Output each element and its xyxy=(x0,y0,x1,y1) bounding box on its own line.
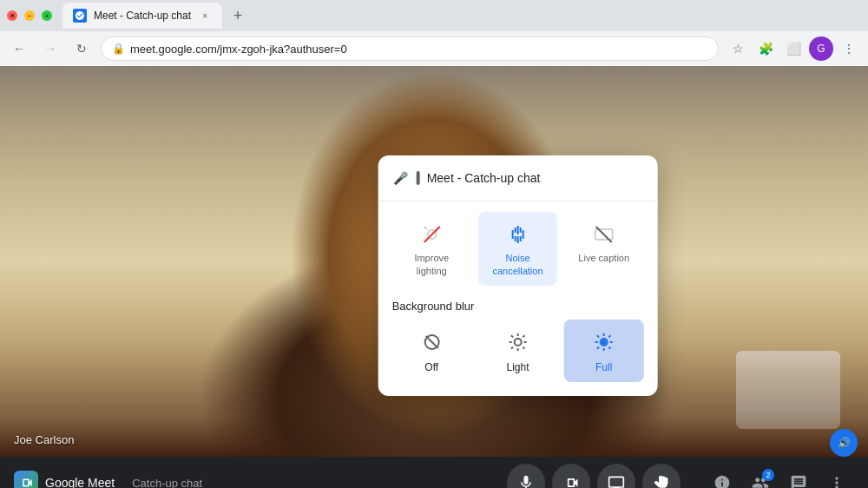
live-caption-label: Live caption xyxy=(578,252,629,264)
window-controls: ✕ − + xyxy=(7,10,52,21)
security-icon: 🔒 xyxy=(112,43,125,55)
blur-full-button[interactable]: Full xyxy=(564,320,643,382)
svg-line-23 xyxy=(511,347,513,349)
bookmark-button[interactable]: ☆ xyxy=(726,36,750,61)
popup-mic-icon: 🎤 xyxy=(392,169,410,187)
meet-title: Google Meet xyxy=(45,476,115,488)
improve-lighting-icon xyxy=(418,221,445,248)
forward-button[interactable]: → xyxy=(38,36,62,61)
tab-favicon xyxy=(73,9,87,23)
blur-off-label: Off xyxy=(424,361,438,373)
profile-button[interactable]: G xyxy=(809,36,833,61)
browser-chrome: ✕ − + Meet - Catch-up chat × + ← → ↻ 🔒 m… xyxy=(0,0,868,66)
meet-logo: Google Meet xyxy=(14,471,115,488)
live-caption-button[interactable]: Live caption xyxy=(564,212,643,286)
close-window-button[interactable]: ✕ xyxy=(7,10,17,21)
sidebar-button[interactable]: ⬜ xyxy=(781,36,806,61)
blur-section-title: Background blur xyxy=(392,300,644,313)
improve-lighting-label: Improve lighting xyxy=(399,252,464,277)
people-count-badge: 2 xyxy=(762,469,774,481)
tab-close-button[interactable]: × xyxy=(198,9,212,23)
popup-header: 🎤 Meet - Catch-up chat xyxy=(392,169,644,187)
url-bar[interactable]: 🔒 meet.google.com/jmx-zgoh-jka?authuser=… xyxy=(101,36,719,61)
back-button[interactable]: ← xyxy=(7,36,31,61)
blur-full-label: Full xyxy=(595,361,612,373)
noise-cancellation-icon xyxy=(503,221,531,248)
popup-panel: 🎤 Meet - Catch-up chat Im xyxy=(378,155,658,396)
meet-content: Joe Carlson 🔊 🎤 Meet - Catch-up chat xyxy=(0,66,868,457)
svg-line-28 xyxy=(597,335,599,337)
pip-video xyxy=(736,351,840,429)
toolbar-icons: ☆ 🧩 ⬜ G ⋮ xyxy=(726,36,861,61)
svg-line-20 xyxy=(523,347,524,349)
person-name-label: Joe Carlson xyxy=(14,433,74,446)
popup-actions: Improve lighting xyxy=(392,212,644,286)
blur-light-label: Light xyxy=(506,361,529,373)
address-bar: ← → ↻ 🔒 meet.google.com/jmx-zgoh-jka?aut… xyxy=(0,31,868,66)
svg-point-16 xyxy=(514,339,521,346)
svg-line-0 xyxy=(424,227,426,229)
pip-audio-button[interactable]: 🔊 xyxy=(830,429,858,457)
refresh-button[interactable]: ↻ xyxy=(69,36,94,61)
live-caption-icon xyxy=(590,221,618,248)
chat-button[interactable] xyxy=(781,465,816,488)
present-button[interactable] xyxy=(597,464,635,488)
svg-line-32 xyxy=(597,347,599,349)
mic-button[interactable] xyxy=(507,464,545,488)
blur-off-button[interactable]: Off xyxy=(392,320,471,382)
noise-cancellation-button[interactable]: Noise cancellation xyxy=(478,212,557,286)
people-button[interactable]: 2 xyxy=(743,465,778,488)
new-tab-button[interactable]: + xyxy=(226,3,250,28)
blur-options: Off xyxy=(392,320,644,382)
more-options-button[interactable] xyxy=(819,465,854,488)
url-text: meet.google.com/jmx-zgoh-jka?authuser=0 xyxy=(130,43,347,56)
meet-bottom-bar: Google Meet Catch-up chat xyxy=(0,457,868,488)
blur-full-icon xyxy=(590,328,618,356)
google-meet-icon xyxy=(14,471,38,488)
extensions-button[interactable]: 🧩 xyxy=(753,36,778,61)
popup-top-divider xyxy=(378,201,658,201)
svg-line-29 xyxy=(608,347,610,349)
tab-title: Meet - Catch-up chat xyxy=(94,10,191,22)
maximize-window-button[interactable]: + xyxy=(42,10,52,21)
minimize-window-button[interactable]: − xyxy=(24,10,35,21)
active-tab[interactable]: Meet - Catch-up chat × xyxy=(62,3,222,29)
meet-right-icons: 2 xyxy=(705,465,854,488)
title-bar: ✕ − + Meet - Catch-up chat × + xyxy=(0,0,868,31)
pip-person-overlay xyxy=(736,351,840,429)
noise-cancellation-label: Noise cancellation xyxy=(485,252,550,277)
svg-point-34 xyxy=(602,340,606,344)
blur-off-icon xyxy=(418,328,445,356)
improve-lighting-button[interactable]: Improve lighting xyxy=(392,212,471,286)
raise-hand-button[interactable] xyxy=(642,464,681,488)
call-title: Catch-up chat xyxy=(132,477,202,489)
blur-light-icon xyxy=(503,328,531,356)
svg-line-33 xyxy=(608,335,610,337)
info-button[interactable] xyxy=(705,465,740,488)
svg-line-24 xyxy=(523,335,524,337)
popup-title: Meet - Catch-up chat xyxy=(427,171,541,185)
camera-button[interactable] xyxy=(552,464,590,488)
popup-divider-icon xyxy=(417,171,420,185)
main-video: Joe Carlson 🔊 🎤 Meet - Catch-up chat xyxy=(0,66,868,457)
meet-controls xyxy=(507,464,681,488)
svg-line-15 xyxy=(425,336,437,348)
svg-line-19 xyxy=(511,335,513,337)
menu-button[interactable]: ⋮ xyxy=(837,36,861,61)
blur-light-button[interactable]: Light xyxy=(478,320,557,382)
